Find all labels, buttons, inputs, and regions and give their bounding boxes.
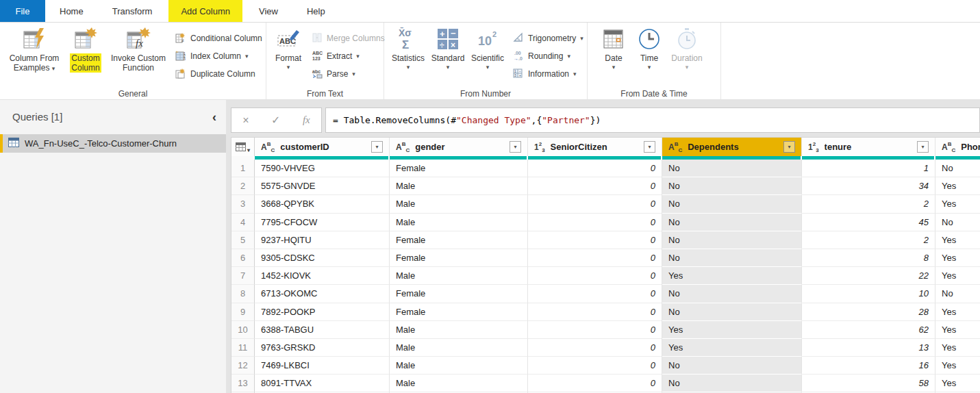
confirm-icon[interactable]: ✓ xyxy=(271,114,280,127)
standard-button[interactable]: +−÷× Standard ▾ xyxy=(428,25,468,71)
table-cell[interactable]: 34 xyxy=(802,177,935,195)
table-cell[interactable]: 8 xyxy=(802,249,935,267)
table-cell[interactable]: 22 xyxy=(802,267,935,285)
table-cell[interactable]: 0 xyxy=(528,357,662,375)
table-cell[interactable]: Yes xyxy=(935,321,980,339)
column-from-examples-button[interactable]: Column FromExamples ▾ xyxy=(4,25,64,73)
table-cell[interactable]: 6388-TABGU xyxy=(255,321,390,339)
table-cell[interactable]: 16 xyxy=(802,357,935,375)
table-cell[interactable]: 3668-QPYBK xyxy=(255,195,390,213)
column-header-customerID[interactable]: ABCcustomerID▾ xyxy=(255,138,390,156)
filter-dropdown-icon[interactable]: ▾ xyxy=(917,141,929,153)
table-cell[interactable]: 7795-CFOCW xyxy=(255,214,390,231)
filter-dropdown-icon[interactable]: ▾ xyxy=(644,141,655,153)
table-cell[interactable]: 0 xyxy=(528,285,662,303)
row-number[interactable]: 12 xyxy=(231,357,255,375)
table-cell[interactable]: Male xyxy=(390,267,528,285)
tab-add-column[interactable]: Add Column xyxy=(168,0,242,22)
row-number[interactable]: 9 xyxy=(231,303,255,321)
column-header-SeniorCitizen[interactable]: 123SeniorCitizen▾ xyxy=(528,138,662,156)
table-cell[interactable]: No xyxy=(662,249,802,267)
table-cell[interactable]: 9305-CDSKC xyxy=(255,249,390,267)
time-button[interactable]: Time ▾ xyxy=(631,25,667,71)
row-number[interactable]: 5 xyxy=(231,231,255,249)
invoke-custom-function-button[interactable]: fx Invoke CustomFunction xyxy=(107,25,170,73)
table-cell[interactable]: 28 xyxy=(802,303,935,321)
table-cell[interactable]: Yes xyxy=(662,339,802,357)
row-number[interactable]: 3 xyxy=(231,195,255,213)
table-cell[interactable]: Yes xyxy=(935,195,980,213)
parse-button[interactable]: abc Parse ▾ xyxy=(312,65,385,83)
table-cell[interactable]: Yes xyxy=(935,375,980,392)
statistics-button[interactable]: X̄σΣ Statistics ▾ xyxy=(388,25,428,71)
column-header-tenure[interactable]: 123tenure▾ xyxy=(802,138,935,156)
table-cell[interactable]: No xyxy=(662,214,802,231)
scientific-button[interactable]: 102 Scientific ▾ xyxy=(468,25,507,71)
row-number[interactable]: 4 xyxy=(231,214,255,231)
row-number[interactable]: 2 xyxy=(231,177,255,195)
table-cell[interactable]: 13 xyxy=(802,339,935,357)
tab-file[interactable]: File xyxy=(0,0,45,22)
table-cell[interactable]: Yes xyxy=(935,231,980,249)
row-number[interactable]: 10 xyxy=(231,321,255,339)
row-number[interactable]: 11 xyxy=(231,339,255,357)
column-header-Dependents[interactable]: ABCDependents▾ xyxy=(662,138,802,156)
table-cell[interactable]: 2 xyxy=(802,231,935,249)
table-cell[interactable]: No xyxy=(935,160,980,177)
row-number[interactable]: 1 xyxy=(231,160,255,177)
conditional-column-button[interactable]: ≠ Conditional Column xyxy=(175,29,262,47)
row-number[interactable]: 7 xyxy=(231,267,255,285)
table-cell[interactable]: Yes xyxy=(935,267,980,285)
table-cell[interactable]: 5575-GNVDE xyxy=(255,177,390,195)
tab-view[interactable]: View xyxy=(247,0,290,22)
format-button[interactable]: ABC Format ▾ xyxy=(271,25,306,71)
filter-dropdown-icon[interactable]: ▾ xyxy=(783,141,795,153)
select-all-corner-button[interactable]: ▾ xyxy=(231,138,255,156)
table-cell[interactable]: Female xyxy=(390,231,528,249)
table-cell[interactable]: No xyxy=(662,303,802,321)
table-cell[interactable]: Male xyxy=(390,375,528,392)
table-cell[interactable]: 8091-TTVAX xyxy=(255,375,390,392)
column-header-gender[interactable]: ABCgender▾ xyxy=(390,138,528,156)
table-cell[interactable]: Male xyxy=(390,321,528,339)
table-cell[interactable]: No xyxy=(662,195,802,213)
table-cell[interactable]: Yes xyxy=(935,357,980,375)
extract-button[interactable]: ABC123 Extract ▾ xyxy=(312,47,385,65)
table-cell[interactable]: 0 xyxy=(528,195,662,213)
table-cell[interactable]: No xyxy=(935,214,980,231)
query-list-item[interactable]: WA_Fn-UseC_-Telco-Customer-Churn xyxy=(0,134,226,153)
collapse-panel-icon[interactable]: ‹ xyxy=(212,112,216,122)
table-cell[interactable]: 7892-POOKP xyxy=(255,303,390,321)
table-cell[interactable]: 1 xyxy=(802,160,935,177)
table-cell[interactable]: Female xyxy=(390,249,528,267)
row-number[interactable]: 8 xyxy=(231,285,255,303)
table-cell[interactable]: Male xyxy=(390,214,528,231)
table-cell[interactable]: 2 xyxy=(802,195,935,213)
table-cell[interactable]: No xyxy=(662,357,802,375)
rounding-button[interactable]: .00→.0 Rounding ▾ xyxy=(513,47,583,65)
table-cell[interactable]: 7469-LKBCI xyxy=(255,357,390,375)
table-cell[interactable]: 45 xyxy=(802,214,935,231)
information-button[interactable]: 1−3+ Information ▾ xyxy=(513,65,583,83)
table-cell[interactable]: Male xyxy=(390,195,528,213)
trigonometry-button[interactable]: Trigonometry ▾ xyxy=(513,29,583,47)
table-cell[interactable]: Yes xyxy=(935,303,980,321)
index-column-button[interactable]: 123 Index Column ▾ xyxy=(175,47,262,65)
table-cell[interactable]: No xyxy=(662,231,802,249)
table-cell[interactable]: 7590-VHVEG xyxy=(255,160,390,177)
column-header-Phon[interactable]: ABCPhon▾ xyxy=(935,138,980,156)
table-cell[interactable]: 0 xyxy=(528,160,662,177)
table-cell[interactable]: Yes xyxy=(935,249,980,267)
table-cell[interactable]: 0 xyxy=(528,267,662,285)
table-cell[interactable]: 0 xyxy=(528,375,662,392)
table-cell[interactable]: Female xyxy=(390,160,528,177)
table-cell[interactable]: Male xyxy=(390,177,528,195)
table-cell[interactable]: Female xyxy=(390,303,528,321)
table-cell[interactable]: 0 xyxy=(528,214,662,231)
table-cell[interactable]: 0 xyxy=(528,321,662,339)
row-number[interactable]: 13 xyxy=(231,375,255,392)
table-cell[interactable]: 6713-OKOMC xyxy=(255,285,390,303)
tab-help[interactable]: Help xyxy=(294,0,338,22)
table-cell[interactable]: 10 xyxy=(802,285,935,303)
table-cell[interactable]: Yes xyxy=(662,267,802,285)
